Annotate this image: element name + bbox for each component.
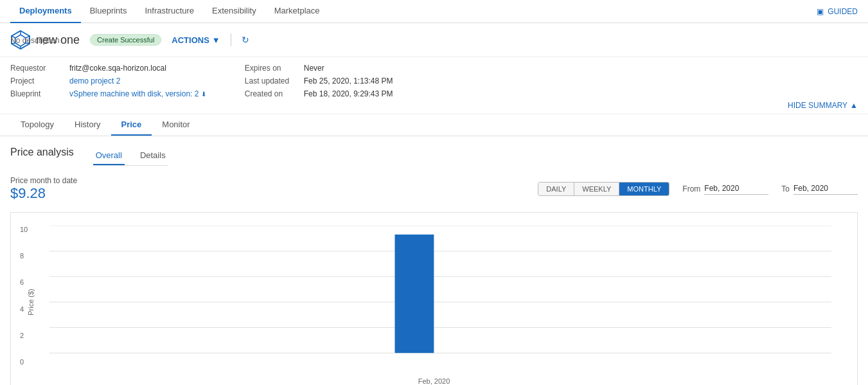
y-tick-2: 2 bbox=[20, 332, 28, 339]
last-updated-value: Feb 25, 2020, 1:13:48 PM bbox=[304, 76, 393, 85]
chart-bar-feb2020 bbox=[395, 235, 434, 353]
chart-x-label: Feb, 2020 bbox=[418, 377, 450, 385]
guided-button[interactable]: ▣ GUIDED bbox=[817, 7, 858, 16]
chevron-up-icon: ▲ bbox=[850, 101, 858, 110]
tab-history[interactable]: History bbox=[64, 114, 111, 136]
mtd-value: $9.28 bbox=[10, 185, 77, 202]
download-icon: ⬇ bbox=[201, 91, 206, 98]
summary-left: Requestor fritz@coke.sqa-horizon.local P… bbox=[10, 64, 206, 98]
top-navigation: Deployments Blueprints Infrastructure Ex… bbox=[0, 0, 868, 23]
summary-right: Expires on Never Last updated Feb 25, 20… bbox=[245, 64, 393, 98]
actions-button[interactable]: ACTIONS ▼ bbox=[172, 35, 220, 45]
y-tick-10: 10 bbox=[20, 226, 28, 233]
chart-y-label: Price ($) bbox=[27, 289, 35, 316]
guided-label: GUIDED bbox=[828, 7, 858, 16]
weekly-button[interactable]: WEEKLY bbox=[574, 183, 619, 195]
price-month-to-date: Price month to date $9.28 bbox=[10, 176, 77, 202]
to-value[interactable]: Feb, 2020 bbox=[793, 184, 858, 195]
project-label: Project bbox=[10, 76, 62, 85]
hide-summary-button[interactable]: HIDE SUMMARY ▲ bbox=[10, 101, 858, 110]
created-label: Created on bbox=[245, 89, 296, 98]
requestor-label: Requestor bbox=[10, 64, 62, 73]
nav-tab-extensibility[interactable]: Extensibility bbox=[203, 0, 265, 23]
tab-topology[interactable]: Topology bbox=[10, 114, 64, 136]
status-badge: Create Successful bbox=[90, 34, 161, 46]
mtd-label: Price month to date bbox=[10, 176, 77, 185]
date-to: To Feb, 2020 bbox=[781, 184, 858, 195]
price-analysis-title: Price analysis bbox=[10, 147, 74, 158]
no-description: No description bbox=[10, 36, 60, 45]
sub-tabs: Overall Details bbox=[93, 147, 168, 166]
chevron-down-icon: ▼ bbox=[212, 35, 220, 45]
y-tick-8: 8 bbox=[20, 252, 28, 260]
price-section: Price analysis Overall Details Price mon… bbox=[0, 136, 868, 385]
last-updated-label: Last updated bbox=[245, 76, 296, 85]
header-bar: new one Create Successful ACTIONS ▼ ↻ No… bbox=[0, 23, 868, 57]
nav-tab-infrastructure[interactable]: Infrastructure bbox=[136, 0, 203, 23]
divider bbox=[231, 33, 231, 46]
sub-tab-overall[interactable]: Overall bbox=[93, 147, 125, 165]
project-value[interactable]: demo project 2 bbox=[69, 76, 120, 85]
y-tick-4: 4 bbox=[20, 305, 28, 313]
nav-tab-blueprints[interactable]: Blueprints bbox=[81, 0, 136, 23]
price-controls: Price month to date $9.28 DAILY WEEKLY M… bbox=[10, 176, 858, 202]
y-axis-ticks: 1086420 bbox=[20, 226, 28, 366]
summary-section: Requestor fritz@coke.sqa-horizon.local P… bbox=[0, 57, 868, 114]
tab-monitor[interactable]: Monitor bbox=[152, 114, 200, 136]
expires-value: Never bbox=[304, 64, 324, 73]
blueprint-label: Blueprint bbox=[10, 89, 62, 98]
date-from: From Feb, 2020 bbox=[682, 184, 768, 195]
from-value[interactable]: Feb, 2020 bbox=[704, 184, 768, 195]
daily-button[interactable]: DAILY bbox=[538, 183, 574, 195]
y-tick-6: 6 bbox=[20, 278, 28, 286]
monthly-button[interactable]: MONTHLY bbox=[619, 183, 669, 195]
period-buttons: DAILY WEEKLY MONTHLY bbox=[538, 182, 669, 196]
nav-tab-deployments[interactable]: Deployments bbox=[10, 0, 81, 23]
content-tabs: Topology History Price Monitor bbox=[0, 114, 868, 136]
y-tick-0: 0 bbox=[20, 358, 28, 366]
nav-tab-marketplace[interactable]: Marketplace bbox=[265, 0, 329, 23]
requestor-value: fritz@coke.sqa-horizon.local bbox=[69, 64, 166, 73]
created-value: Feb 18, 2020, 9:29:43 PM bbox=[304, 89, 393, 98]
refresh-button[interactable]: ↻ bbox=[242, 35, 249, 45]
blueprint-value[interactable]: vSphere machine with disk, version: 2 ⬇ bbox=[69, 89, 206, 98]
sub-tab-details[interactable]: Details bbox=[137, 147, 168, 165]
top-nav-tabs: Deployments Blueprints Infrastructure Ex… bbox=[10, 0, 329, 23]
chart-svg bbox=[49, 226, 831, 366]
expires-label: Expires on bbox=[245, 64, 296, 73]
price-chart: Price ($) Feb, 2020 1086420 bbox=[10, 212, 858, 385]
tab-price[interactable]: Price bbox=[111, 114, 152, 136]
guided-icon: ▣ bbox=[817, 7, 824, 16]
